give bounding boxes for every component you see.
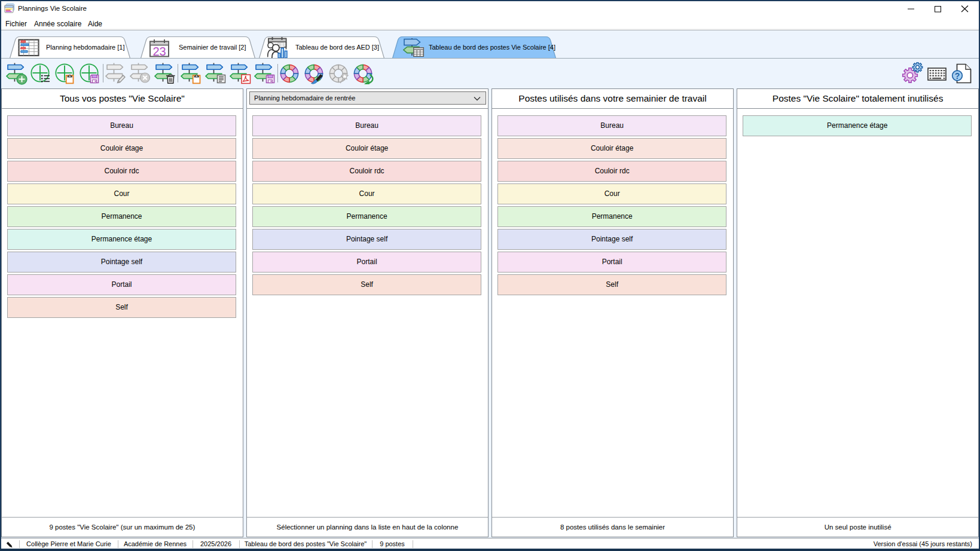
- svg-text:23: 23: [152, 45, 166, 58]
- svg-text:?: ?: [955, 71, 960, 81]
